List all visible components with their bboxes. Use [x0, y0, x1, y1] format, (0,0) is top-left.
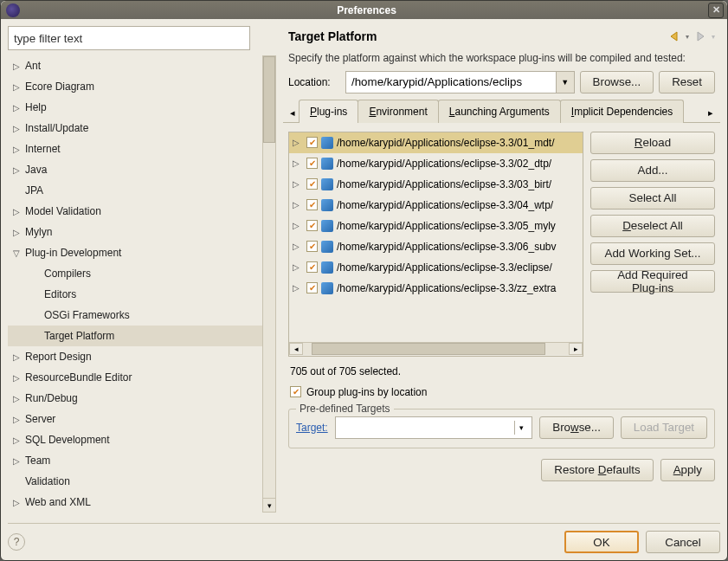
tree-item[interactable]: ▷Model Validation — [8, 201, 262, 222]
tree-item[interactable]: Validation — [8, 471, 262, 492]
expand-icon[interactable]: ▷ — [13, 165, 25, 175]
expand-icon[interactable]: ▷ — [293, 138, 303, 147]
expand-icon[interactable]: ▷ — [293, 158, 303, 168]
expand-icon[interactable]: ▷ — [13, 456, 25, 466]
tree-item[interactable]: ▷Help — [8, 97, 262, 118]
hscroll-right-icon[interactable]: ▸ — [569, 343, 583, 355]
tree-item[interactable]: ▷Run/Debug — [8, 388, 262, 409]
location-input[interactable] — [345, 71, 556, 94]
cancel-button[interactable]: Cancel — [646, 531, 720, 553]
location-combo[interactable]: ▼ — [345, 71, 575, 94]
expand-icon[interactable]: ▷ — [13, 352, 25, 362]
plugin-row[interactable]: ▷/home/karypid/Applications/eclipse-3.3/… — [289, 216, 583, 236]
scroll-down-icon[interactable]: ▾ — [263, 498, 275, 512]
group-checkbox[interactable] — [290, 386, 301, 397]
back-icon[interactable] — [668, 30, 680, 42]
plugin-list[interactable]: ▷/home/karypid/Applications/eclipse-3.3/… — [289, 132, 583, 342]
deselect-all-button[interactable]: Deselect All — [590, 215, 715, 237]
tree-item[interactable]: ▷Java — [8, 159, 262, 180]
plugin-row[interactable]: ▷/home/karypid/Applications/eclipse-3.3/… — [289, 195, 583, 216]
plugin-row[interactable]: ▷/home/karypid/Applications/eclipse-3.3/… — [289, 236, 583, 257]
expand-icon[interactable]: ▷ — [293, 179, 303, 189]
plugin-row[interactable]: ▷/home/karypid/Applications/eclipse-3.3/… — [289, 132, 583, 153]
scrollbar-thumb[interactable] — [263, 56, 275, 143]
ok-button[interactable]: OK — [564, 531, 639, 553]
tree-item[interactable]: Compilers — [8, 263, 262, 284]
reload-button[interactable]: Reload — [590, 132, 715, 154]
tree-scrollbar[interactable]: ▾ — [262, 55, 276, 513]
back-menu-icon[interactable]: ▾ — [686, 33, 689, 41]
expand-icon[interactable]: ▷ — [13, 415, 25, 424]
tree-item[interactable]: ▷Server — [8, 409, 262, 429]
tree-item[interactable]: ▷Report Design — [8, 346, 262, 367]
expand-icon[interactable]: ▷ — [13, 207, 25, 216]
tree-item[interactable]: ▷Ant — [8, 55, 262, 76]
tree-item[interactable]: ▷ResourceBundle Editor — [8, 367, 262, 388]
tree-item[interactable]: ▷Ecore Diagram — [8, 76, 262, 97]
target-browse-button[interactable]: Browse... — [539, 416, 614, 439]
expand-icon[interactable]: ▷ — [13, 145, 25, 154]
tree-item[interactable]: ▷Internet — [8, 139, 262, 159]
target-link[interactable]: Target: — [296, 422, 328, 434]
tab-launching-arguments[interactable]: Launching Arguments — [438, 100, 561, 123]
preferences-tree[interactable]: ▷Ant▷Ecore Diagram▷Help▷Install/Update▷I… — [8, 55, 262, 513]
plugin-checkbox[interactable] — [306, 220, 318, 231]
expand-icon[interactable]: ▷ — [13, 498, 25, 507]
help-icon[interactable]: ? — [8, 533, 25, 551]
expand-icon[interactable]: ▷ — [13, 435, 25, 445]
filter-input[interactable] — [8, 26, 250, 50]
tree-item[interactable]: Target Platform — [8, 326, 262, 346]
target-combo[interactable]: ▾ — [335, 416, 533, 439]
browse-button[interactable]: Browse... — [580, 71, 654, 94]
restore-defaults-button[interactable]: Restore Defaults — [541, 459, 653, 481]
tab-scroll-left-icon[interactable]: ◂ — [287, 104, 299, 122]
expand-icon[interactable]: ▷ — [293, 283, 303, 293]
plugin-checkbox[interactable] — [306, 158, 318, 169]
chevron-down-icon[interactable]: ▾ — [514, 421, 528, 435]
plugin-checkbox[interactable] — [306, 282, 318, 293]
plugin-row[interactable]: ▷/home/karypid/Applications/eclipse-3.3/… — [289, 153, 583, 174]
tab-implicit-dependencies[interactable]: Implicit Dependencies — [560, 100, 684, 123]
add-working-set-button[interactable]: Add Working Set... — [590, 242, 715, 265]
tree-item[interactable]: OSGi Frameworks — [8, 305, 262, 326]
expand-icon[interactable]: ▷ — [13, 103, 25, 113]
plugin-row[interactable]: ▷/home/karypid/Applications/eclipse-3.3/… — [289, 257, 583, 278]
hscroll-left-icon[interactable]: ◂ — [289, 343, 303, 355]
expand-icon[interactable]: ▷ — [13, 61, 25, 71]
expand-icon[interactable]: ▷ — [293, 200, 303, 210]
apply-button[interactable]: Apply — [660, 459, 715, 481]
tree-item[interactable]: ▷Web and XML — [8, 492, 262, 513]
expand-icon[interactable]: ▷ — [13, 394, 25, 403]
plugin-checkbox[interactable] — [306, 261, 318, 273]
expand-icon[interactable]: ▷ — [13, 82, 25, 92]
tab-environment[interactable]: Environment — [358, 100, 438, 123]
hscroll-thumb[interactable] — [312, 343, 545, 355]
tree-item[interactable]: Editors — [8, 284, 262, 305]
chevron-down-icon[interactable]: ▼ — [556, 71, 575, 94]
tree-item[interactable]: JPA — [8, 180, 262, 201]
plugin-checkbox[interactable] — [306, 241, 318, 252]
expand-icon[interactable]: ▷ — [293, 242, 303, 251]
expand-icon[interactable]: ▷ — [13, 373, 25, 383]
add-required-button[interactable]: Add Required Plug-ins — [590, 270, 715, 293]
plugin-row[interactable]: ▷/home/karypid/Applications/eclipse-3.3/… — [289, 278, 583, 299]
plugin-checkbox[interactable] — [306, 178, 318, 190]
plugin-checkbox[interactable] — [306, 199, 318, 210]
tab-plug-ins[interactable]: Plug-ins — [299, 100, 358, 123]
expand-icon[interactable]: ▷ — [293, 262, 303, 272]
select-all-button[interactable]: Select All — [590, 187, 715, 210]
hscroll-track[interactable] — [303, 343, 569, 355]
reset-button[interactable]: Reset — [659, 71, 715, 94]
add-button[interactable]: Add... — [590, 159, 715, 182]
expand-icon[interactable]: ▷ — [13, 228, 25, 237]
tree-item[interactable]: ▷Mylyn — [8, 222, 262, 242]
plugin-hscroll[interactable]: ◂ ▸ — [289, 342, 583, 356]
plugin-checkbox[interactable] — [306, 137, 318, 148]
tree-item[interactable]: ▷SQL Development — [8, 429, 262, 450]
tree-item[interactable]: ▽Plug-in Development — [8, 242, 262, 263]
tree-item[interactable]: ▷Team — [8, 450, 262, 471]
plugin-row[interactable]: ▷/home/karypid/Applications/eclipse-3.3/… — [289, 174, 583, 195]
expand-icon[interactable]: ▷ — [293, 221, 303, 230]
expand-icon[interactable]: ▷ — [13, 124, 25, 133]
tab-scroll-right-icon[interactable]: ▸ — [705, 104, 717, 122]
